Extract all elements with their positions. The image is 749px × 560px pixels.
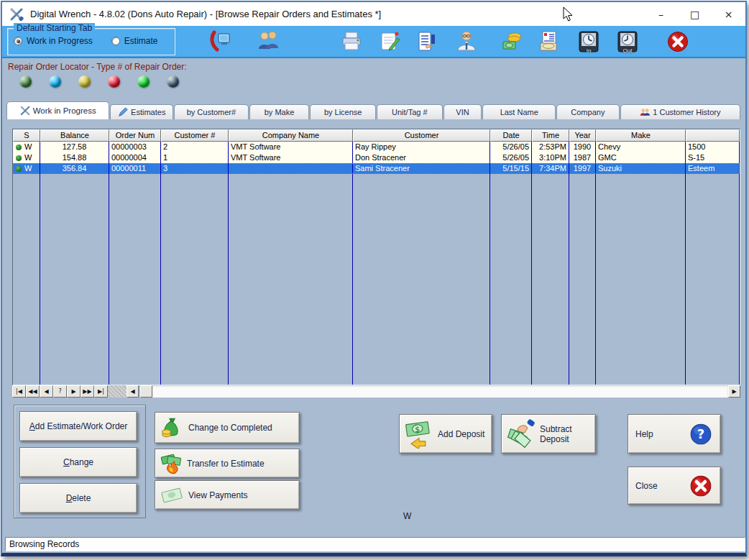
cell: Sami Stracener [353, 163, 490, 174]
w-indicator: W [403, 511, 411, 521]
scroll-right-button[interactable]: ▶ [728, 385, 740, 398]
tab-last-name[interactable]: Last Name [482, 104, 556, 119]
cell: 1997 [569, 163, 596, 174]
change-button[interactable]: Change [19, 447, 137, 477]
toolbar: Default Starting Tab Work in ProgressEst… [2, 26, 745, 58]
toolbar-icons: InOut [2, 26, 745, 57]
customers-icon[interactable] [255, 29, 281, 55]
repair-orders-grid: SBalanceOrder NumCustomer #Company NameC… [12, 129, 740, 385]
nav-prior-page-button[interactable]: ◀◀ [26, 385, 40, 398]
column-header-date[interactable]: Date [490, 129, 532, 142]
nav-next-button[interactable]: ▶ [67, 385, 81, 398]
tab-label: Work in Progress [33, 106, 96, 115]
column-header-make[interactable]: Make [596, 129, 686, 142]
subtract-deposit-button[interactable]: Subtract Deposit [501, 414, 596, 454]
transfer-to-estimate-button[interactable]: Transfer to Estimate [155, 449, 300, 478]
table-row[interactable]: W127.58000000032VMT SoftwareRay Rippey5/… [13, 142, 740, 152]
scrollbar-track[interactable] [152, 385, 728, 398]
table-row[interactable]: W356.84000000113Sami Stracener5/15/157:3… [13, 163, 740, 174]
cell: 00000011 [109, 163, 161, 174]
history-icon [640, 107, 650, 117]
nav-last-button[interactable]: ▶| [94, 385, 108, 398]
clock-out-icon[interactable]: Out [615, 29, 640, 55]
tab-by-customer-[interactable]: by Customer# [174, 104, 249, 119]
tab-work-in-progress[interactable]: Work in Progress [6, 101, 109, 119]
cell: 356.84 [40, 163, 109, 174]
change-to-completed-button[interactable]: Change to Completed [155, 412, 300, 444]
nav-spacer [108, 385, 127, 398]
cell: 1 [161, 152, 229, 163]
horizontal-scrollbar: ◀ ▶ [127, 385, 740, 398]
tab-label: by License [324, 108, 362, 116]
invoice-icon[interactable] [536, 29, 561, 55]
cell: Esteem [686, 163, 740, 174]
column-header-blank[interactable] [686, 129, 740, 142]
status-dot [49, 75, 61, 88]
cell: 00000003 [109, 142, 161, 152]
status-dot [167, 75, 179, 88]
column-header-customer-[interactable]: Customer # [161, 129, 229, 142]
tab-label: Last Name [500, 108, 538, 116]
status-dot [137, 75, 150, 88]
maximize-button[interactable]: □ [678, 2, 712, 26]
repair-order-locator-label: Repair Order Locator - Type # of Repair … [8, 62, 187, 72]
help-button[interactable]: Help ? [628, 414, 721, 454]
tab-by-make[interactable]: by Make [249, 104, 310, 119]
column-header-balance[interactable]: Balance [40, 129, 109, 142]
tab-company[interactable]: Company [556, 104, 620, 119]
help-label: Help [635, 429, 653, 439]
nav-locate-button[interactable]: ? [53, 385, 67, 398]
add-deposit-button[interactable]: $ Add Deposit [399, 414, 492, 454]
nav-next-page-button[interactable]: ▶▶ [81, 385, 94, 398]
status-dot [19, 75, 32, 88]
tab-label: VIN [456, 108, 469, 116]
burning-money-icon [160, 452, 183, 475]
tab-vin[interactable]: VIN [444, 104, 482, 119]
close-x-icon [689, 474, 713, 498]
grid-rows: W127.58000000032VMT SoftwareRay Rippey5/… [13, 142, 740, 174]
cell: 1500 [686, 142, 740, 152]
column-header-customer[interactable]: Customer [353, 129, 490, 142]
title-bar: Digital Wrench - 4.8.02 (Dons Auto Repai… [2, 2, 745, 26]
minimize-button[interactable]: – [644, 2, 678, 26]
cell: Chevy [596, 142, 686, 152]
clock-in-icon[interactable]: In [576, 29, 602, 55]
column-header-time[interactable]: Time [532, 129, 569, 142]
column-separator [595, 142, 596, 385]
phone-support-icon[interactable] [208, 29, 234, 55]
close-button[interactable]: Close [628, 467, 721, 505]
column-header-s[interactable]: S [13, 129, 40, 142]
tab-label: by Customer# [187, 108, 236, 116]
cell: 7:34PM [532, 163, 569, 174]
exit-icon[interactable] [665, 29, 691, 55]
close-window-button[interactable]: × [712, 2, 745, 26]
tab-label: Estimates [131, 108, 165, 116]
column-separator [40, 142, 40, 385]
nav-prior-button[interactable]: ◀ [40, 385, 53, 398]
table-row[interactable]: W154.88000000041VMT SoftwareDon Stracene… [13, 152, 740, 163]
printer-icon[interactable] [339, 29, 364, 55]
column-header-year[interactable]: Year [569, 129, 596, 142]
tab-by-license[interactable]: by License [310, 104, 376, 119]
tab-label: Company [571, 108, 605, 116]
column-header-order-num[interactable]: Order Num [109, 129, 161, 142]
delete-button[interactable]: Delete [19, 483, 137, 513]
technician-icon[interactable] [454, 29, 479, 55]
scrollbar-thumb[interactable] [140, 385, 152, 398]
add-estimate-work-order-button[interactable]: Add Estimate/Work Order [19, 411, 137, 441]
tab-unit-tag-[interactable]: Unit/Tag # [377, 104, 443, 119]
scroll-left-button[interactable]: ◀ [127, 385, 139, 398]
column-separator [228, 142, 229, 385]
view-payments-button[interactable]: View Payments [155, 480, 300, 510]
nav-first-button[interactable]: |◀ [12, 385, 26, 398]
column-separator [490, 142, 490, 385]
tabs-row: Work in ProgressEstimatesby Customer#by … [6, 101, 741, 119]
estimate-pad-icon[interactable] [377, 29, 403, 55]
column-header-company-name[interactable]: Company Name [229, 129, 353, 142]
tab-estimates[interactable]: Estimates [110, 104, 173, 119]
pick-list-icon[interactable] [413, 29, 439, 55]
column-separator [685, 142, 686, 385]
tab-1-customer-history[interactable]: 1 Customer History [620, 104, 740, 119]
add-deposit-label: Add Deposit [438, 429, 484, 439]
money-icon[interactable] [500, 29, 525, 55]
